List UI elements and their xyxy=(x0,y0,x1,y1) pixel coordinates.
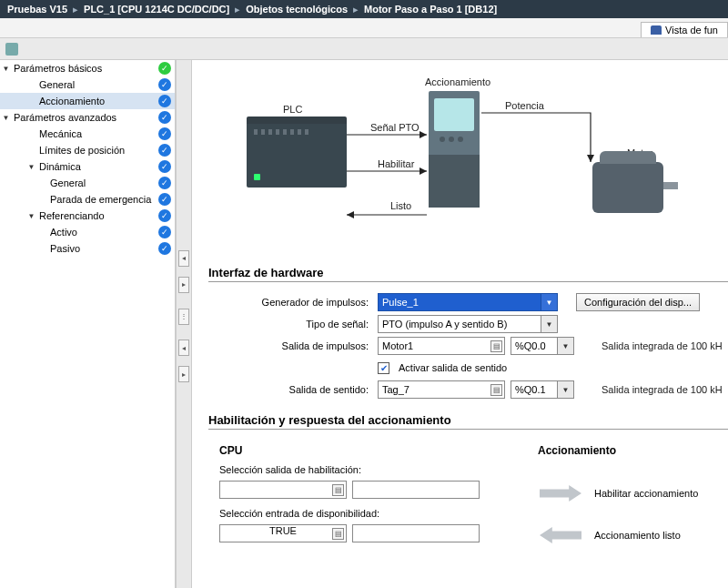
tag-picker-icon[interactable]: ▤ xyxy=(332,484,344,496)
toolbar xyxy=(0,38,728,60)
tree-item-din-mica[interactable]: ▼Dinámica✓ xyxy=(0,158,175,175)
tree-item-activo[interactable]: Activo✓ xyxy=(0,224,175,240)
nav-tree[interactable]: ▼Parámetros básicos✓General✓Accionamient… xyxy=(0,60,176,588)
chevron-down-icon: ▼ xyxy=(541,316,557,332)
splitter[interactable]: ◂ ▸ ⋮ ◂ ▸ xyxy=(176,60,192,588)
ready-input-tag-input[interactable]: TRUE▤ xyxy=(219,524,347,542)
drive-header: Accionamiento xyxy=(538,444,728,457)
diagram-arrows xyxy=(208,71,718,253)
tag-picker-icon[interactable]: ▤ xyxy=(490,340,502,352)
tree-item-label: Parámetros avanzados xyxy=(14,112,158,123)
crumb-techobj[interactable]: Objetos tecnológicos xyxy=(246,4,348,15)
tag-picker-icon[interactable]: ▤ xyxy=(490,384,502,396)
arrow-left-icon xyxy=(540,527,581,543)
breadcrumb[interactable]: Pruebas V15 ▸ PLC_1 [CPU 1214C DC/DC/DC]… xyxy=(0,0,728,18)
splitter-expand-icon[interactable]: ▸ xyxy=(178,277,189,293)
status-done-icon: ✓ xyxy=(158,95,171,107)
dir-output-check-label: Activar salida de sentido xyxy=(399,362,507,373)
tag-picker-icon[interactable]: ▤ xyxy=(332,528,344,540)
pulse-out-label: Salida de impulsos: xyxy=(208,340,372,351)
crumb-db[interactable]: Motor Paso a Paso 1 [DB12] xyxy=(364,4,497,15)
status-done-icon: ✓ xyxy=(158,177,171,189)
tree-toggle-icon xyxy=(27,81,35,89)
chevron-down-icon: ▼ xyxy=(541,294,557,310)
tree-toggle-icon: ▼ xyxy=(27,212,35,220)
tree-item-label: General xyxy=(50,177,158,188)
crumb-project[interactable]: Pruebas V15 xyxy=(7,4,67,15)
tree-item-parada-de-emergencia[interactable]: Parada de emergencia✓ xyxy=(0,191,175,208)
dir-output-checkbox[interactable]: ✔ xyxy=(378,362,389,374)
signal-type-select[interactable]: PTO (impulso A y sentido B)▼ xyxy=(378,315,558,333)
ready-input-label: Selección entrada de disponibilidad: xyxy=(219,508,509,519)
tree-toggle-icon xyxy=(27,97,35,106)
svg-marker-5 xyxy=(347,211,354,218)
signal-type-label: Tipo de señal: xyxy=(208,319,372,329)
tree-item-par-metros-b-sicos[interactable]: ▼Parámetros básicos✓ xyxy=(0,60,175,76)
content-area: PLC Accionamiento Potencia Motor Señal P… xyxy=(192,60,728,588)
dir-out-label: Salida de sentido: xyxy=(208,384,372,395)
tree-item-referenciando[interactable]: ▼Referenciando✓ xyxy=(0,208,175,224)
tree-toggle-icon xyxy=(27,130,35,138)
pulse-out-addr-select[interactable]: %Q0.0▼ xyxy=(511,337,574,355)
tree-item-par-metros-avanzados[interactable]: ▼Parámetros avanzados✓ xyxy=(0,109,175,126)
device-config-button[interactable]: Configuración del disp... xyxy=(576,293,700,311)
status-done-icon: ✓ xyxy=(158,242,171,255)
splitter-collapse2-icon[interactable]: ◂ xyxy=(178,340,189,356)
toolbar-icon-1[interactable] xyxy=(5,43,18,56)
status-done-icon: ✓ xyxy=(158,111,171,124)
tree-toggle-icon xyxy=(38,179,46,188)
tree-toggle-icon: ▼ xyxy=(2,114,10,122)
status-done-icon: ✓ xyxy=(158,127,171,140)
chevron-down-icon: ▼ xyxy=(557,338,573,354)
status-done-icon: ✓ xyxy=(158,78,171,91)
pulse-out-tag-input[interactable]: Motor1▤ xyxy=(378,337,505,355)
tree-item-label: Pasivo xyxy=(50,243,158,254)
status-done-icon: ✓ xyxy=(158,209,171,222)
tree-item-label: Accionamiento xyxy=(39,96,158,106)
tree-toggle-icon: ▼ xyxy=(2,65,10,73)
arrow-right-icon xyxy=(540,485,581,502)
status-done-icon: ✓ xyxy=(158,160,171,173)
tree-item-label: Parada de emergencia xyxy=(50,194,158,205)
enable-section-title: Habilitación y respuesta del accionamien… xyxy=(208,411,728,430)
drive-ready-text: Accionamiento listo xyxy=(594,530,681,541)
splitter-expand2-icon[interactable]: ▸ xyxy=(178,366,189,382)
tree-item-mec-nica[interactable]: Mecánica✓ xyxy=(0,126,175,142)
dir-out-addr-select[interactable]: %Q0.1▼ xyxy=(511,380,574,399)
enable-drive-text: Habilitar accionamiento xyxy=(594,488,698,499)
tree-toggle-icon xyxy=(27,147,35,155)
tab-row: Vista de fun xyxy=(0,18,728,38)
status-done-icon: ✓ xyxy=(158,144,171,157)
tree-item-general[interactable]: General✓ xyxy=(0,76,175,93)
tree-toggle-icon xyxy=(38,228,46,237)
tree-item-label: Parámetros básicos xyxy=(14,63,158,74)
ready-input-addr-input[interactable] xyxy=(352,524,480,542)
hw-section-title: Interfaz de hardware xyxy=(208,264,728,282)
tree-toggle-icon xyxy=(38,196,46,204)
drive-diagram: PLC Accionamiento Potencia Motor Señal P… xyxy=(208,71,718,253)
tree-item-label: General xyxy=(39,79,158,90)
tree-item-label: Activo xyxy=(50,227,158,238)
tree-item-l-mites-de-posici-n[interactable]: Límites de posición✓ xyxy=(0,142,175,158)
enable-output-addr-input[interactable] xyxy=(352,481,480,499)
tab-function-view[interactable]: Vista de fun xyxy=(641,22,728,37)
tree-item-general[interactable]: General✓ xyxy=(0,175,175,191)
dir-out-tag-input[interactable]: Tag_7▤ xyxy=(378,380,505,399)
crumb-plc[interactable]: PLC_1 [CPU 1214C DC/DC/DC] xyxy=(84,4,229,15)
tab-icon xyxy=(651,25,662,35)
pulse-generator-select[interactable]: Pulse_1▼ xyxy=(378,293,558,311)
pulse-out-note: Salida integrada de 100 kH xyxy=(602,340,723,351)
tree-item-pasivo[interactable]: Pasivo✓ xyxy=(0,240,175,257)
tree-item-label: Referenciando xyxy=(39,210,158,221)
enable-output-tag-input[interactable]: ▤ xyxy=(219,481,347,499)
splitter-grip-icon[interactable]: ⋮ xyxy=(178,309,189,325)
status-ok-icon: ✓ xyxy=(158,62,171,75)
status-done-icon: ✓ xyxy=(158,226,171,238)
status-done-icon: ✓ xyxy=(158,193,171,206)
svg-marker-6 xyxy=(587,155,594,162)
tree-item-label: Dinámica xyxy=(39,161,158,172)
cpu-header: CPU xyxy=(219,444,509,457)
tree-item-accionamiento[interactable]: Accionamiento✓ xyxy=(0,93,175,109)
tree-toggle-icon: ▼ xyxy=(27,163,35,171)
splitter-collapse-icon[interactable]: ◂ xyxy=(178,250,189,267)
